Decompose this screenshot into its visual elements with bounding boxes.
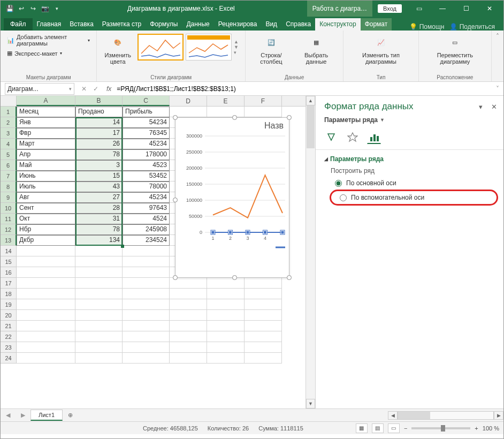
cell[interactable]: [75, 246, 123, 256]
tab-insert[interactable]: Вставка: [65, 18, 98, 31]
change-colors-button[interactable]: 🎨 Изменить цвета: [102, 33, 133, 66]
qat-dropdown-icon[interactable]: ▾: [52, 4, 62, 13]
cell[interactable]: [123, 353, 170, 364]
row-header[interactable]: 21: [1, 321, 17, 331]
cancel-formula-icon[interactable]: ✕: [79, 85, 89, 93]
tab-chart-design[interactable]: Конструктор: [315, 18, 360, 31]
embedded-chart[interactable]: Назв 30000025000020000015000010000050000…: [175, 117, 289, 278]
row-header[interactable]: 18: [1, 289, 17, 299]
cell[interactable]: Янв: [17, 117, 75, 128]
row-header[interactable]: 2: [1, 117, 17, 128]
cell[interactable]: 45234: [123, 192, 170, 203]
fx-icon[interactable]: fx: [103, 85, 114, 93]
column-header-E[interactable]: E: [207, 96, 245, 106]
cell[interactable]: [245, 331, 282, 342]
cell[interactable]: [245, 289, 282, 299]
cell[interactable]: Май: [17, 160, 75, 171]
cell[interactable]: [75, 353, 123, 364]
cell[interactable]: [123, 256, 170, 267]
column-header-C[interactable]: C: [123, 96, 170, 106]
series-options-tab-icon[interactable]: [367, 130, 381, 144]
close-button[interactable]: ✕: [478, 1, 501, 17]
cell[interactable]: [75, 278, 123, 289]
sheet-tab-1[interactable]: Лист1: [30, 410, 63, 421]
tab-view[interactable]: Вид: [261, 18, 281, 31]
cell[interactable]: Апр: [17, 149, 75, 160]
secondary-axis-radio[interactable]: По вспомогательной оси: [334, 192, 493, 203]
row-header[interactable]: 22: [1, 331, 17, 342]
scroll-down-icon[interactable]: ▼: [306, 399, 315, 408]
style-gallery-down-icon[interactable]: ▼: [234, 44, 239, 50]
cell[interactable]: [170, 299, 207, 310]
cell[interactable]: [207, 310, 245, 321]
cell[interactable]: [17, 299, 75, 310]
row-header[interactable]: 1: [1, 107, 17, 117]
cell[interactable]: Продано: [75, 107, 123, 117]
cell[interactable]: Дкбр: [17, 235, 75, 246]
tab-file[interactable]: Файл: [4, 18, 33, 31]
ribbon-options-icon[interactable]: ▭: [407, 1, 431, 17]
row-header[interactable]: 8: [1, 181, 17, 192]
row-header[interactable]: 9: [1, 192, 17, 203]
horizontal-scrollbar[interactable]: ◀ ▶: [388, 411, 503, 420]
cell[interactable]: Июнь: [17, 171, 75, 181]
cell[interactable]: [75, 321, 123, 331]
cell[interactable]: [123, 342, 170, 353]
chart-style-2[interactable]: [186, 34, 232, 60]
hscroll-right-icon[interactable]: ▶: [494, 411, 503, 420]
cell[interactable]: [17, 256, 75, 267]
cell[interactable]: Фвр: [17, 128, 75, 139]
page-layout-view-icon[interactable]: ▤: [372, 423, 384, 433]
cell[interactable]: [75, 299, 123, 310]
cell[interactable]: 178000: [123, 149, 170, 160]
row-header[interactable]: 20: [1, 310, 17, 321]
cell[interactable]: [17, 278, 75, 289]
row-header[interactable]: 24: [1, 353, 17, 364]
zoom-in-icon[interactable]: +: [475, 425, 478, 432]
cell[interactable]: [245, 299, 282, 310]
spreadsheet-grid[interactable]: ABCDEF 1МесяцПроданоПрибыль2Янв14542343Ф…: [1, 96, 306, 408]
cell[interactable]: [207, 107, 245, 117]
zoom-level[interactable]: 100 %: [483, 425, 499, 432]
camera-icon[interactable]: 📷: [40, 4, 50, 13]
cell[interactable]: [17, 246, 75, 256]
row-header[interactable]: 10: [1, 203, 17, 214]
row-header[interactable]: 13: [1, 235, 17, 246]
cell[interactable]: 78000: [123, 181, 170, 192]
add-sheet-icon[interactable]: ⊕: [63, 412, 78, 419]
cell[interactable]: [207, 342, 245, 353]
cell[interactable]: 31: [75, 214, 123, 224]
cell[interactable]: [75, 342, 123, 353]
cell[interactable]: [245, 353, 282, 364]
redo-icon[interactable]: ↪: [28, 4, 38, 13]
cell[interactable]: [207, 331, 245, 342]
collapse-ribbon-icon[interactable]: ˄: [492, 31, 503, 81]
row-header[interactable]: 12: [1, 224, 17, 235]
cell[interactable]: Окт: [17, 214, 75, 224]
cell[interactable]: [207, 289, 245, 299]
cell[interactable]: 26: [75, 139, 123, 149]
cell[interactable]: Март: [17, 139, 75, 149]
row-header[interactable]: 11: [1, 214, 17, 224]
cell[interactable]: [75, 310, 123, 321]
formula-input[interactable]: [114, 83, 492, 95]
name-box[interactable]: Диаграм...▾: [5, 83, 74, 95]
enter-formula-icon[interactable]: ✓: [90, 85, 101, 93]
cell[interactable]: [123, 278, 170, 289]
column-header-A[interactable]: A: [17, 96, 75, 106]
fill-line-tab-icon[interactable]: [324, 130, 338, 144]
cell[interactable]: 28: [75, 203, 123, 214]
cell[interactable]: 4523: [123, 160, 170, 171]
normal-view-icon[interactable]: ▦: [356, 423, 368, 433]
cell[interactable]: [207, 278, 245, 289]
cell[interactable]: [245, 107, 282, 117]
cell[interactable]: 78: [75, 149, 123, 160]
cell[interactable]: [17, 353, 75, 364]
cell[interactable]: 76345: [123, 128, 170, 139]
tell-me-icon[interactable]: 💡 Помощн: [409, 23, 444, 31]
cell[interactable]: 245908: [123, 224, 170, 235]
share-button[interactable]: 👤 Поделиться: [449, 23, 495, 31]
login-button[interactable]: Вход: [378, 4, 402, 13]
cell[interactable]: [207, 321, 245, 331]
cell[interactable]: [17, 321, 75, 331]
